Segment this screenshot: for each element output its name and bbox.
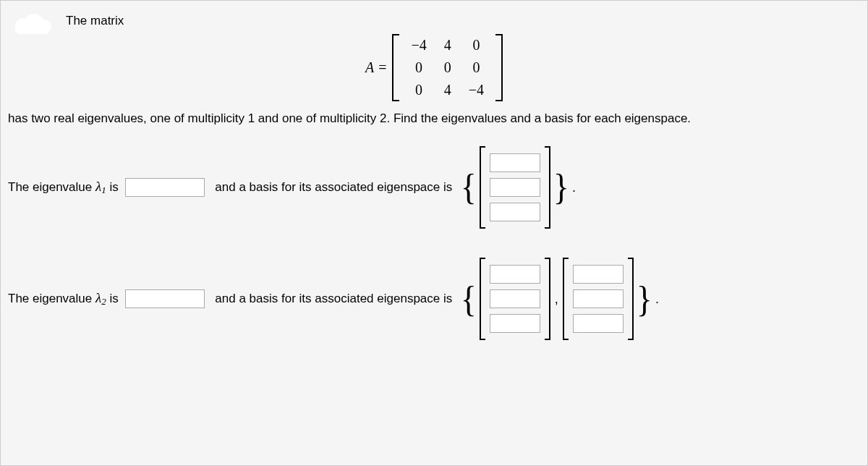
right-bracket-icon — [545, 146, 550, 229]
basis2-v1-c2[interactable] — [490, 289, 540, 308]
problem-card: The matrix A= −440 000 04−4 has two real… — [0, 0, 868, 466]
intro-line-2: has two real eigenvalues, one of multipl… — [8, 111, 860, 126]
lambda1-input[interactable] — [125, 178, 205, 197]
left-bracket-icon — [392, 34, 399, 101]
basis2-v2-c2[interactable] — [573, 289, 624, 308]
hint-cloud-icon — [14, 14, 54, 34]
eigenvalue-row-2: The eigenvalue λ2 is and a basis for its… — [8, 258, 860, 340]
right-bracket-icon — [495, 34, 503, 101]
period: . — [655, 292, 659, 307]
lambda1-label: The eigenvalue λ1 is — [8, 179, 119, 196]
vector-separator: , — [555, 292, 558, 307]
basis1-v1-c2[interactable] — [490, 178, 540, 197]
lambda2-label: The eigenvalue λ2 is — [8, 290, 119, 308]
basis2-v2-c3[interactable] — [573, 314, 624, 333]
matrix-body: −440 000 04−4 — [402, 34, 493, 101]
basis2-v1-c1[interactable] — [490, 265, 540, 284]
basis2-v2-c1[interactable] — [573, 265, 624, 284]
right-bracket-icon — [545, 258, 550, 340]
basis2-label: and a basis for its associated eigenspac… — [215, 292, 452, 306]
basis2-vector-2 — [563, 258, 634, 340]
basis2-v1-c3[interactable] — [490, 314, 540, 333]
basis1-set: { } — [459, 146, 571, 229]
left-brace-icon: { — [459, 169, 478, 206]
basis2-vector-1 — [480, 258, 550, 340]
period: . — [572, 180, 576, 195]
intro-line-1: The matrix — [66, 14, 860, 28]
basis1-v1-c3[interactable] — [490, 203, 540, 221]
lambda2-input[interactable] — [125, 289, 205, 308]
right-brace-icon: } — [635, 281, 654, 318]
basis1-vector-1 — [480, 146, 550, 229]
left-bracket-icon — [480, 258, 485, 340]
basis2-set: { , } — [459, 258, 654, 340]
matrix-equation: A= −440 000 04−4 — [8, 34, 860, 101]
left-bracket-icon — [563, 258, 569, 340]
matrix-symbol: A — [365, 59, 374, 75]
left-brace-icon: { — [459, 281, 478, 318]
equals-sign: = — [378, 59, 386, 75]
basis1-v1-c1[interactable] — [490, 153, 540, 172]
right-bracket-icon — [628, 258, 634, 340]
right-brace-icon: } — [552, 169, 571, 206]
left-bracket-icon — [480, 146, 485, 229]
eigenvalue-row-1: The eigenvalue λ1 is and a basis for its… — [8, 146, 860, 229]
basis1-label: and a basis for its associated eigenspac… — [215, 180, 452, 195]
